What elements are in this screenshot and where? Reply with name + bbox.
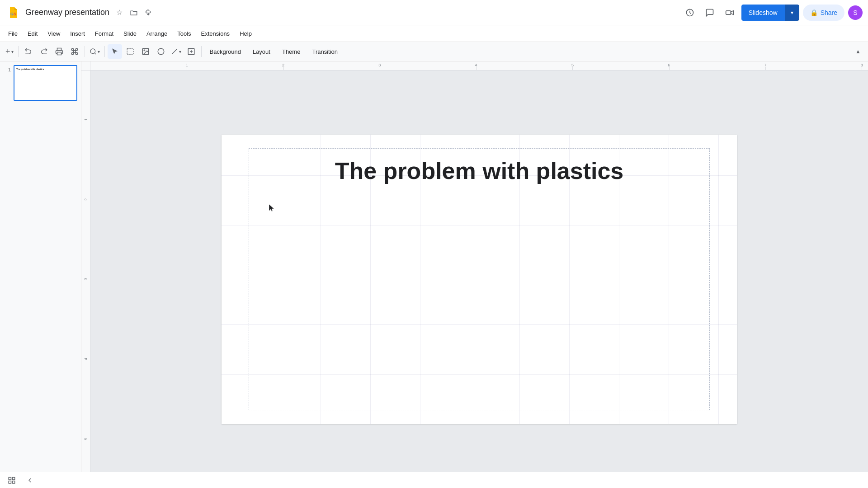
status-bar [0,472,868,488]
svg-point-11 [144,50,145,51]
menu-tools[interactable]: Tools [173,28,195,39]
menu-arrange[interactable]: Arrange [142,28,172,39]
shape-button[interactable] [154,44,168,59]
menu-insert[interactable]: Insert [66,28,90,39]
menu-format[interactable]: Format [90,28,118,39]
toolbar-divider-3 [104,46,105,57]
slideshow-btn-group: Slideshow ▾ [741,5,799,21]
comments-button[interactable] [702,5,718,21]
toolbar-divider-1 [18,46,19,57]
add-arrow-icon: ▾ [11,49,14,54]
line-button[interactable]: ▾ [169,44,183,59]
image-button[interactable] [138,44,153,59]
slide-canvas-wrapper[interactable]: The problem with plastics [90,70,868,488]
svg-rect-9 [127,48,133,55]
menu-bar: File Edit View Insert Format Slide Arran… [0,25,868,42]
redo-button[interactable] [37,44,51,59]
svg-point-12 [158,48,164,55]
ruler-h-2: 2 [282,63,284,67]
menu-file[interactable]: File [4,28,22,39]
slide-number-1: 1 [4,67,11,72]
menu-edit[interactable]: Edit [23,28,42,39]
canvas-area: 1 2 3 4 5 6 7 8 1 2 3 4 5 [81,61,868,488]
avatar[interactable]: S [848,5,863,20]
star-icon[interactable]: ☆ [113,6,126,19]
cursor-position [269,204,273,208]
share-lock-icon: 🔒 [810,9,818,16]
select-tool-button[interactable] [108,44,122,59]
menu-slide[interactable]: Slide [119,28,141,39]
slideshow-button[interactable]: Slideshow [741,5,785,21]
slide-title[interactable]: The problem with plastics [222,157,737,184]
toolbar: + ▾ ▾ ▾ [0,42,868,61]
ruler-v-3: 3 [84,278,88,280]
transition-button[interactable]: Transition [307,44,343,59]
panel-collapse-button[interactable] [24,474,36,487]
svg-rect-4 [726,10,731,14]
svg-rect-18 [13,477,15,479]
theme-button[interactable]: Theme [277,44,306,59]
doc-title-icons: ☆ [113,6,155,19]
ruler-h-1: 1 [186,63,188,67]
title-bar: GS Greenway presentation ☆ Slideshow ▾ 🔒… [0,0,868,25]
textbox-button[interactable] [184,44,198,59]
slide-item-1[interactable]: 1 The problem with plastics [4,65,77,101]
svg-rect-6 [57,52,61,55]
background-button[interactable]: Background [204,44,246,59]
ruler-h-4: 4 [475,63,477,67]
undo-button[interactable] [21,44,36,59]
ruler-h-3: 3 [378,63,381,67]
toolbar-divider-4 [201,46,202,57]
meet-button[interactable] [722,5,738,21]
toolbar-collapse-button[interactable]: ▲ [852,45,864,58]
zoom-button[interactable]: ▾ [88,44,102,59]
svg-line-8 [94,53,96,54]
slides-panel: 1 The problem with plastics [0,61,81,488]
ruler-v-4: 4 [84,358,88,360]
svg-text:GS: GS [10,12,16,16]
cloud-save-icon[interactable] [142,6,155,19]
slide-margin-box [249,148,710,410]
grid-view-button[interactable] [5,474,18,487]
toolbar-divider-2 [85,46,85,57]
slide-thumbnail-1[interactable]: The problem with plastics [14,65,77,101]
svg-rect-19 [9,481,11,483]
ruler-h-5: 5 [571,63,574,67]
main-area: 1 The problem with plastics 1 2 3 4 5 [0,61,868,488]
svg-rect-17 [9,477,11,479]
ruler-v-5: 5 [84,438,88,440]
svg-rect-20 [13,481,15,483]
ruler-h-7: 7 [764,63,766,67]
menu-extensions[interactable]: Extensions [197,28,235,39]
ruler-h-8: 8 [861,63,863,67]
add-icon: + [5,47,10,56]
svg-marker-5 [731,10,733,14]
app-logo: GS [5,5,22,21]
share-button[interactable]: 🔒 Share [803,5,844,21]
history-button[interactable] [682,5,698,21]
layout-button[interactable]: Layout [247,44,276,59]
print-button[interactable] [52,44,66,59]
menu-view[interactable]: View [43,28,65,39]
svg-line-13 [172,49,177,54]
add-button[interactable]: + ▾ [4,44,15,59]
slideshow-dropdown-button[interactable]: ▾ [785,5,799,21]
ruler-vertical: 1 2 3 4 5 [81,70,90,488]
doc-title[interactable]: Greenway presentation [25,8,109,17]
menu-help[interactable]: Help [235,28,256,39]
svg-point-7 [90,49,95,54]
ruler-v-1: 1 [84,118,88,121]
titlebar-right: Slideshow ▾ 🔒 Share S [682,5,863,21]
ruler-corner [81,61,90,70]
ruler-horizontal: 1 2 3 4 5 6 7 8 [90,61,868,70]
folder-icon[interactable] [127,6,140,19]
share-label: Share [821,9,837,16]
slide-thumb-title-1: The problem with plastics [16,68,44,70]
ruler-v-2: 2 [84,198,88,201]
slide-canvas[interactable]: The problem with plastics [222,135,737,424]
paint-format-button[interactable] [67,44,82,59]
ruler-h-6: 6 [668,63,670,67]
select-rect-button[interactable] [123,44,137,59]
